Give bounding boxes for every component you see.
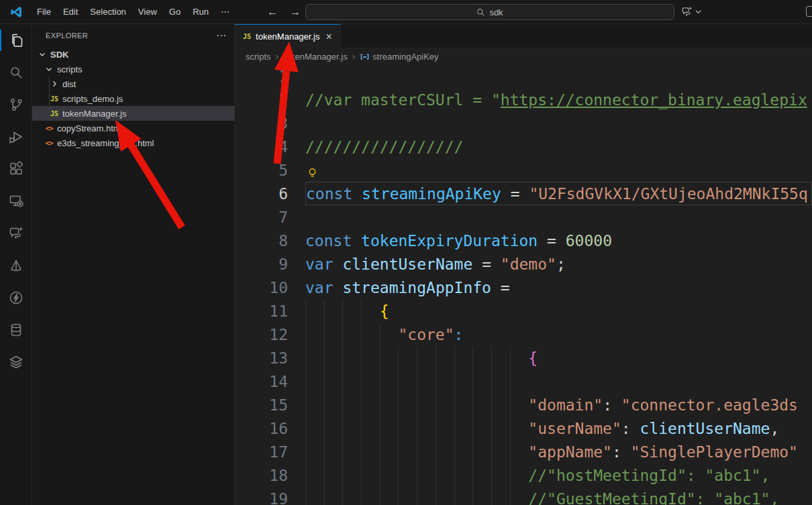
code-line-1[interactable]: 1 bbox=[235, 64, 812, 88]
code-line-4[interactable]: 4///////////////// bbox=[235, 135, 812, 158]
breadcrumb-item-streamingapikey[interactable]: streamingApiKey bbox=[360, 52, 438, 62]
code-tokens: const streamingApiKey = "U2FsdGVkX1/GXtU… bbox=[306, 185, 808, 203]
code-line-18[interactable]: 18 //"hostMeetingId": "abc1", bbox=[235, 463, 812, 487]
code-line-14[interactable]: 14 bbox=[235, 370, 812, 393]
tree-item-scripts-demo-js[interactable]: JSscripts_demo.js bbox=[32, 91, 234, 106]
code-line-content bbox=[305, 158, 812, 182]
code-line-9[interactable]: 9var clientUserName = "demo"; bbox=[235, 252, 812, 276]
code-line-16[interactable]: 16 "userName": clientUserName, bbox=[235, 416, 812, 440]
chevron-down-icon bbox=[36, 50, 48, 58]
menu-item-file[interactable]: File bbox=[31, 4, 57, 19]
tree-item-scripts[interactable]: scripts bbox=[32, 62, 234, 76]
indent-guides bbox=[305, 370, 527, 393]
code-line-12[interactable]: 12 "core": bbox=[235, 323, 812, 346]
code-line-content: { bbox=[305, 299, 812, 323]
menu-item-edit[interactable]: Edit bbox=[57, 4, 84, 19]
code-tokens: { bbox=[305, 302, 389, 320]
prism-icon[interactable] bbox=[0, 249, 32, 282]
code-line-2[interactable]: 2//var masterCSUrl = "https://connector_… bbox=[235, 88, 812, 111]
search-value: sdk bbox=[489, 7, 503, 17]
source-control-icon[interactable] bbox=[0, 89, 32, 121]
code-line-content: const tokenExpiryDuration = 60000 bbox=[305, 229, 812, 252]
code-line-7[interactable]: 7 bbox=[235, 205, 812, 229]
line-number: 8 bbox=[235, 232, 305, 249]
code-line-5[interactable]: 5 bbox=[235, 158, 812, 182]
code-line-3[interactable]: 3 bbox=[235, 111, 812, 135]
code-line-content: var clientUserName = "demo"; bbox=[305, 252, 812, 276]
tree-item-sdk[interactable]: SDK bbox=[32, 47, 234, 62]
tree-item-tokenmanager-js[interactable]: JStokenManager.js bbox=[32, 106, 234, 121]
tree-indent-guide bbox=[49, 76, 50, 121]
line-number: 17 bbox=[235, 443, 305, 461]
menu-item-run[interactable]: Run bbox=[187, 4, 215, 19]
code-line-content bbox=[305, 64, 812, 88]
code-line-17[interactable]: 17 "appName": "SinglePlayerDemo" bbox=[235, 440, 812, 463]
remote-explorer-icon[interactable] bbox=[0, 185, 32, 217]
files-icon[interactable] bbox=[0, 24, 32, 56]
command-center-search[interactable]: sdk bbox=[305, 4, 674, 20]
run-and-debug-icon[interactable] bbox=[0, 121, 32, 153]
line-number: 18 bbox=[235, 467, 305, 484]
tree-item-dist[interactable]: dist bbox=[32, 76, 234, 91]
tree-item-e3ds-streaming-fe-html[interactable]: <>e3ds_streaming_FE.html bbox=[32, 135, 234, 150]
tree-item-label: scripts_demo.js bbox=[62, 94, 123, 104]
js-file-icon: JS bbox=[243, 33, 251, 40]
database-icon[interactable] bbox=[0, 314, 32, 346]
breadcrumb-separator: › bbox=[352, 51, 356, 62]
code-tokens: const tokenExpiryDuration = 60000 bbox=[305, 232, 612, 249]
copilot-chat-button[interactable] bbox=[680, 5, 701, 18]
code-line-11[interactable]: 11 { bbox=[235, 299, 812, 323]
thunder-client-icon[interactable] bbox=[0, 282, 32, 314]
menu-item-view[interactable]: View bbox=[132, 4, 163, 19]
tree-item-label: copyStream.html bbox=[57, 123, 123, 133]
breadcrumb-item-tokenmanager-js[interactable]: tokenManager.js bbox=[283, 52, 347, 62]
code-line-10[interactable]: 10var streamingAppInfo = bbox=[235, 276, 812, 299]
line-number: 7 bbox=[235, 209, 305, 226]
menu-item-selection[interactable]: Selection bbox=[84, 4, 132, 19]
layers-icon[interactable] bbox=[0, 346, 32, 378]
tree-item-label: SDK bbox=[50, 50, 68, 60]
html-file-icon: <> bbox=[43, 124, 55, 133]
code-tokens: //var masterCSUrl = "https://connector_b… bbox=[305, 91, 807, 109]
menu-item-[interactable]: ⋯ bbox=[215, 4, 236, 19]
lightbulb-icon[interactable] bbox=[307, 164, 318, 176]
copilot-chat-icon[interactable] bbox=[0, 217, 32, 249]
code-line-content: //var masterCSUrl = "https://connector_b… bbox=[305, 88, 812, 111]
activity-bar bbox=[0, 24, 32, 505]
code-line-8[interactable]: 8const tokenExpiryDuration = 60000 bbox=[235, 229, 812, 252]
file-tree: SDKscriptsdistJSscripts_demo.jsJStokenMa… bbox=[32, 47, 234, 150]
vscode-logo-icon bbox=[9, 5, 23, 19]
tab-close-icon[interactable]: × bbox=[324, 31, 333, 43]
explorer-sidebar: EXPLORER ⋯ SDKscriptsdistJSscripts_demo.… bbox=[32, 24, 235, 505]
layout-panel-icon[interactable] bbox=[806, 6, 812, 17]
code-line-content bbox=[305, 205, 812, 229]
breadcrumb-item-scripts[interactable]: scripts bbox=[246, 52, 271, 62]
code-line-6[interactable]: 6const streamingApiKey = "U2FsdGVkX1/GXt… bbox=[235, 182, 812, 205]
code-tokens: //"GuestMeetingId": "abc1", bbox=[305, 490, 779, 505]
nav-forward-icon[interactable]: → bbox=[286, 0, 305, 24]
code-line-13[interactable]: 13 { bbox=[235, 346, 812, 370]
line-number: 15 bbox=[235, 396, 305, 414]
tab-tokenmanager-js[interactable]: JS tokenManager.js × bbox=[235, 24, 341, 48]
line-number: 2 bbox=[235, 91, 305, 109]
code-tokens: "domain": "connector.eagle3ds bbox=[305, 396, 798, 414]
extensions-icon[interactable] bbox=[0, 153, 32, 185]
editor-code-area[interactable]: 12//var masterCSUrl = "https://connector… bbox=[235, 64, 812, 505]
tree-item-copystream-html[interactable]: <>copyStream.html bbox=[32, 121, 234, 135]
chevron-down-icon bbox=[43, 65, 55, 73]
code-tokens: "userName": clientUserName, bbox=[305, 420, 779, 437]
code-line-content: "core": bbox=[305, 323, 812, 346]
search-icon[interactable] bbox=[0, 56, 32, 89]
line-number: 14 bbox=[235, 373, 305, 390]
js-file-icon: JS bbox=[48, 110, 60, 117]
breadcrumb-separator: › bbox=[276, 51, 279, 62]
nav-back-icon[interactable]: ← bbox=[263, 0, 282, 24]
code-line-content: "domain": "connector.eagle3ds bbox=[305, 393, 812, 416]
code-tokens: "core": bbox=[305, 326, 463, 343]
menu-item-go[interactable]: Go bbox=[163, 4, 187, 19]
line-number: 5 bbox=[235, 162, 305, 179]
code-line-15[interactable]: 15 "domain": "connector.eagle3ds bbox=[235, 393, 812, 416]
tab-bar: JS tokenManager.js × bbox=[235, 24, 812, 48]
code-line-19[interactable]: 19 //"GuestMeetingId": "abc1", bbox=[235, 487, 812, 505]
explorer-more-actions-icon[interactable]: ⋯ bbox=[216, 30, 226, 42]
